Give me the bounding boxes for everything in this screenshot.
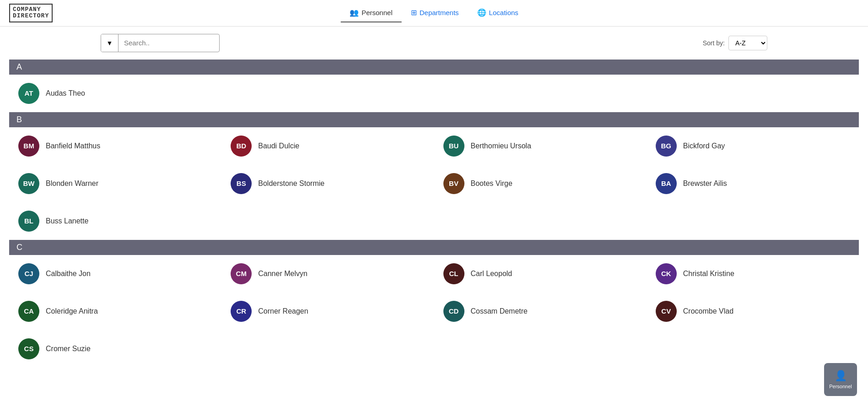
person-name: Blonden Warner [46, 179, 98, 188]
tab-locations[interactable]: 🌐 Locations [468, 4, 528, 22]
person-name: Cromer Suzie [46, 345, 91, 353]
search-input[interactable] [119, 35, 219, 50]
person-grid: CJCalbaithe JonCMCanner MelvynCLCarl Leo… [9, 255, 859, 368]
list-item[interactable]: BWBlonden Warner [9, 165, 221, 202]
filter-button[interactable]: ▼ [101, 34, 119, 52]
main-nav: 👥 Personnel ⊞ Departments 🌐 Locations [340, 4, 528, 22]
list-item[interactable]: CRCorner Reagen [221, 293, 434, 330]
list-item[interactable]: CDCossam Demetre [434, 293, 647, 330]
directory: AATAudas TheoBBMBanfield MatthusBDBaudi … [0, 60, 868, 368]
letter-section-b: BBMBanfield MatthusBDBaudi DulcieBUBerth… [9, 112, 859, 240]
avatar: BL [18, 211, 39, 232]
person-grid: ATAudas Theo [9, 75, 859, 112]
list-item[interactable]: CAColeridge Anitra [9, 293, 221, 330]
letter-section-a: AATAudas Theo [9, 60, 859, 112]
avatar: CV [656, 301, 677, 322]
avatar: CK [656, 263, 677, 284]
list-item[interactable]: BSBolderstone Stormie [221, 165, 434, 202]
app-header: COMPANY DIRECTORY 👥 Personnel ⊞ Departme… [0, 0, 868, 27]
letter-header: A [9, 60, 859, 75]
person-name: Carl Leopold [471, 270, 512, 278]
list-item[interactable]: CSCromer Suzie [9, 330, 221, 368]
list-item[interactable]: CLCarl Leopold [434, 255, 647, 293]
avatar: BW [18, 173, 39, 194]
letter-header: C [9, 240, 859, 255]
list-item[interactable]: BLBuss Lanette [9, 202, 221, 240]
person-name: Calbaithe Jon [46, 270, 91, 278]
list-item[interactable]: BDBaudi Dulcie [221, 127, 434, 165]
avatar: BU [443, 136, 464, 157]
add-personnel-button[interactable]: 👤 Personnel [824, 363, 857, 368]
person-name: Bootes Virge [471, 179, 512, 188]
avatar: CJ [18, 263, 39, 284]
sort-select[interactable]: A-Z Z-A [728, 36, 767, 50]
avatar: BV [443, 173, 464, 194]
list-item[interactable]: CMCanner Melvyn [221, 255, 434, 293]
person-name: Canner Melvyn [258, 270, 307, 278]
person-name: Audas Theo [46, 89, 85, 98]
avatar: CM [231, 263, 252, 284]
person-name: Crocombe Vlad [683, 307, 733, 315]
list-item[interactable]: BMBanfield Matthus [9, 127, 221, 165]
person-name: Bickford Gay [683, 142, 725, 150]
avatar: CR [231, 301, 252, 322]
avatar: CA [18, 301, 39, 322]
list-item[interactable]: CJCalbaithe Jon [9, 255, 221, 293]
avatar: BA [656, 173, 677, 194]
person-name: Banfield Matthus [46, 142, 100, 150]
sort-label: Sort by: [703, 39, 725, 47]
person-name: Cossam Demetre [471, 307, 528, 315]
list-item[interactable]: BUBerthomieu Ursola [434, 127, 647, 165]
toolbar: ▼ Sort by: A-Z Z-A [0, 27, 868, 60]
locations-icon: 🌐 [477, 8, 486, 17]
avatar: CD [443, 301, 464, 322]
person-name: Brewster Ailis [683, 179, 727, 188]
app-logo: COMPANY DIRECTORY [9, 4, 53, 22]
list-item[interactable]: BABrewster Ailis [647, 165, 859, 202]
sort-container: Sort by: A-Z Z-A [703, 36, 767, 50]
tab-personnel[interactable]: 👥 Personnel [340, 4, 402, 22]
departments-icon: ⊞ [411, 8, 417, 17]
person-grid: BMBanfield MatthusBDBaudi DulcieBUBertho… [9, 127, 859, 240]
list-item[interactable]: BVBootes Virge [434, 165, 647, 202]
avatar: CL [443, 263, 464, 284]
list-item[interactable]: CKChristal Kristine [647, 255, 859, 293]
avatar: BM [18, 136, 39, 157]
person-name: Christal Kristine [683, 270, 734, 278]
list-item[interactable]: BGBickford Gay [647, 127, 859, 165]
person-name: Baudi Dulcie [258, 142, 299, 150]
person-name: Berthomieu Ursola [471, 142, 532, 150]
list-item[interactable]: CVCrocombe Vlad [647, 293, 859, 330]
avatar: AT [18, 83, 39, 104]
letter-section-c: CCJCalbaithe JonCMCanner MelvynCLCarl Le… [9, 240, 859, 368]
person-name: Coleridge Anitra [46, 307, 98, 315]
person-name: Buss Lanette [46, 217, 88, 225]
avatar: BS [231, 173, 252, 194]
personnel-icon: 👥 [350, 8, 359, 17]
filter-icon: ▼ [107, 39, 113, 47]
avatar: BG [656, 136, 677, 157]
person-name: Bolderstone Stormie [258, 179, 324, 188]
person-name: Corner Reagen [258, 307, 308, 315]
search-container: ▼ [101, 34, 220, 52]
list-item[interactable]: ATAudas Theo [9, 75, 221, 112]
avatar: CS [18, 338, 39, 359]
letter-header: B [9, 112, 859, 127]
tab-departments[interactable]: ⊞ Departments [402, 4, 468, 22]
avatar: BD [231, 136, 252, 157]
